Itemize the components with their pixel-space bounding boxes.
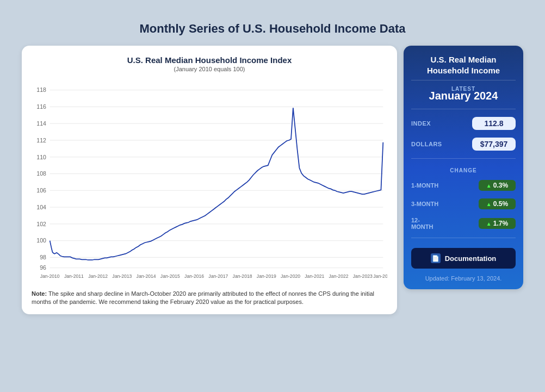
svg-text:118: 118 bbox=[36, 87, 46, 94]
change-3month-badge: ▲0.5% bbox=[479, 198, 516, 209]
svg-text:Jan-2015: Jan-2015 bbox=[160, 273, 180, 279]
arrow-1month: ▲ bbox=[486, 183, 492, 189]
svg-text:114: 114 bbox=[36, 120, 46, 127]
change-1month-badge: ▲0.3% bbox=[479, 180, 516, 191]
chart-area: 118 116 114 112 110 108 106 104 102 100 … bbox=[32, 78, 387, 284]
svg-text:Jan-2012: Jan-2012 bbox=[88, 273, 108, 279]
change-row-3month: 3-MONTH ▲0.5% bbox=[411, 198, 516, 209]
svg-text:102: 102 bbox=[36, 221, 46, 227]
change-12month-badge: ▲1.7% bbox=[479, 218, 516, 229]
info-panel-title: U.S. Real MedianHousehold Income bbox=[411, 54, 516, 80]
svg-text:Jan-2011: Jan-2011 bbox=[64, 273, 84, 279]
svg-text:Jan-2023: Jan-2023 bbox=[353, 273, 373, 279]
page-title: Monthly Series of U.S. Household Income … bbox=[22, 22, 523, 36]
change-12month-label: 12-MONTH bbox=[411, 217, 433, 230]
dollars-row: DOLLARS $77,397 bbox=[411, 138, 516, 151]
chart-subtitle: (January 2010 equals 100) bbox=[32, 66, 387, 72]
note-bold: Note: bbox=[32, 290, 47, 297]
svg-text:Jan-2018: Jan-2018 bbox=[233, 273, 252, 279]
content-row: U.S. Real Median Household Income Index … bbox=[22, 46, 523, 314]
change-1month-label: 1-MONTH bbox=[411, 182, 438, 189]
svg-text:Jan-2017: Jan-2017 bbox=[208, 273, 228, 279]
index-row: INDEX 112.8 bbox=[411, 117, 516, 130]
doc-button-label: Documentation bbox=[445, 254, 497, 263]
outer-container: Monthly Series of U.S. Household Income … bbox=[11, 11, 534, 392]
divider-2 bbox=[411, 158, 516, 159]
svg-text:116: 116 bbox=[36, 103, 46, 110]
svg-text:Jan-2019: Jan-2019 bbox=[257, 273, 276, 279]
chart-note: Note: The spike and sharp decline in Mar… bbox=[32, 290, 387, 307]
svg-text:112: 112 bbox=[36, 137, 46, 144]
svg-text:106: 106 bbox=[36, 187, 46, 194]
svg-text:108: 108 bbox=[36, 170, 46, 177]
svg-text:Jan-2014: Jan-2014 bbox=[137, 273, 156, 279]
note-text: The spike and sharp decline in March-Oct… bbox=[32, 290, 374, 305]
divider-3 bbox=[411, 238, 516, 238]
change-label: CHANGE bbox=[411, 167, 516, 173]
info-panel: U.S. Real MedianHousehold Income LATEST … bbox=[404, 46, 523, 289]
svg-text:Jan-2021: Jan-2021 bbox=[305, 273, 324, 279]
svg-text:Jan-2013: Jan-2013 bbox=[112, 273, 132, 279]
svg-text:96: 96 bbox=[40, 265, 46, 271]
chart-line bbox=[50, 108, 383, 260]
svg-text:98: 98 bbox=[40, 254, 46, 260]
chart-svg: 118 116 114 112 110 108 106 104 102 100 … bbox=[32, 78, 387, 284]
chart-panel: U.S. Real Median Household Income Index … bbox=[22, 46, 397, 314]
change-row-1month: 1-MONTH ▲0.3% bbox=[411, 180, 516, 191]
svg-text:110: 110 bbox=[36, 154, 46, 160]
index-label: INDEX bbox=[411, 120, 431, 127]
change-row-12month: 12-MONTH ▲1.7% bbox=[411, 217, 516, 230]
doc-icon: 📄 bbox=[431, 253, 441, 263]
arrow-12month: ▲ bbox=[486, 221, 492, 227]
svg-text:100: 100 bbox=[36, 237, 46, 244]
svg-text:Jan-2022: Jan-2022 bbox=[329, 273, 349, 279]
svg-text:104: 104 bbox=[36, 204, 46, 210]
svg-text:Jan-2020: Jan-2020 bbox=[281, 273, 300, 279]
index-value: 112.8 bbox=[472, 117, 516, 130]
updated-text: Updated: February 13, 2024. bbox=[411, 275, 516, 282]
svg-text:Jan-2024: Jan-2024 bbox=[373, 273, 387, 279]
svg-text:Jan-2010: Jan-2010 bbox=[40, 273, 60, 279]
latest-section: LATEST January 2024 bbox=[411, 86, 516, 102]
divider-1 bbox=[411, 109, 516, 109]
chart-title: U.S. Real Median Household Income Index bbox=[32, 55, 387, 65]
documentation-button[interactable]: 📄 Documentation bbox=[411, 248, 516, 269]
dollars-label: DOLLARS bbox=[411, 141, 442, 147]
change-3month-label: 3-MONTH bbox=[411, 201, 438, 207]
arrow-3month: ▲ bbox=[486, 201, 492, 207]
dollars-value: $77,397 bbox=[472, 138, 516, 151]
svg-text:Jan-2016: Jan-2016 bbox=[184, 273, 204, 279]
latest-date: January 2024 bbox=[411, 90, 516, 102]
